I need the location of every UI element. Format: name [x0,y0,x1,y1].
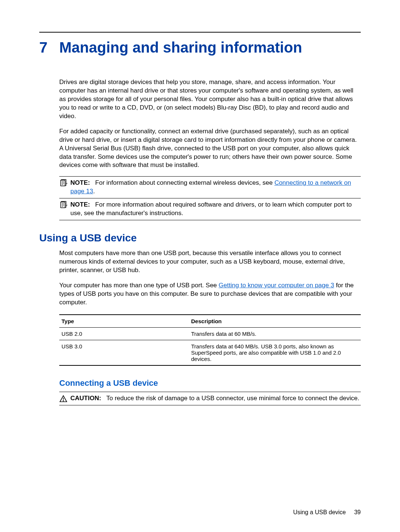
note-2-body: For more information about required soft… [70,201,352,217]
col-description: Description [189,315,361,328]
page-footer: Using a USB device 39 [293,509,361,516]
table-row: USB 2.0 Transfers data at 60 MB/s. [59,327,361,340]
chapter-heading: 7 Managing and sharing information [39,39,361,56]
usb-section: Most computers have more than one USB po… [59,249,361,366]
page: 7 Managing and sharing information Drive… [0,0,400,532]
note-1-pre: For information about connecting externa… [95,179,274,186]
connect-section: CAUTION: To reduce the risk of damage to… [59,392,361,405]
usb-paragraph-2: Your computer has more than one type of … [59,281,361,307]
top-rule [39,32,361,33]
note-2: NOTE: For more information about require… [59,198,361,220]
cell-desc: Transfers data at 60 MB/s. [189,327,361,340]
note-icon [59,201,70,218]
caution-block: CAUTION: To reduce the risk of damage to… [59,392,361,405]
chapter-number: 7 [39,39,59,56]
intro-paragraph-2: For added capacity or functionality, con… [59,127,361,170]
note-2-text: NOTE: For more information about require… [70,201,361,218]
svg-rect-0 [61,180,65,186]
svg-point-3 [63,401,63,401]
table-row: USB 3.0 Transfers data at 640 MB/s. USB … [59,340,361,365]
note-icon [59,179,70,196]
footer-section: Using a USB device [293,509,346,515]
intro-section: Drives are digital storage devices that … [59,78,361,220]
heading-using-usb: Using a USB device [39,232,361,244]
note-1-text: NOTE: For information about connecting e… [70,179,361,196]
caution-icon [59,394,70,403]
col-type: Type [59,315,189,328]
table-header-row: Type Description [59,315,361,328]
usb-paragraph-1: Most computers have more than one USB po… [59,249,361,275]
caution-body: To reduce the risk of damage to a USB co… [106,395,359,402]
footer-page-number: 39 [354,509,361,516]
usb-type-table: Type Description USB 2.0 Transfers data … [59,314,361,366]
cell-type: USB 2.0 [59,327,189,340]
intro-paragraph-1: Drives are digital storage devices that … [59,78,361,121]
caution-text: CAUTION: To reduce the risk of damage to… [70,394,361,403]
svg-rect-1 [61,202,65,208]
chapter-title: Managing and sharing information [59,39,302,56]
note-label: NOTE: [70,201,90,208]
heading-connecting-usb: Connecting a USB device [59,378,361,388]
note-1-post: . [93,188,95,195]
caution-label: CAUTION: [70,395,101,402]
usb-p2-pre: Your computer has more than one type of … [59,282,219,289]
link-getting-to-know[interactable]: Getting to know your computer on page 3 [219,282,334,289]
note-label: NOTE: [70,179,90,186]
note-1: NOTE: For information about connecting e… [59,176,361,198]
cell-type: USB 3.0 [59,340,189,365]
cell-desc: Transfers data at 640 MB/s. USB 3.0 port… [189,340,361,365]
